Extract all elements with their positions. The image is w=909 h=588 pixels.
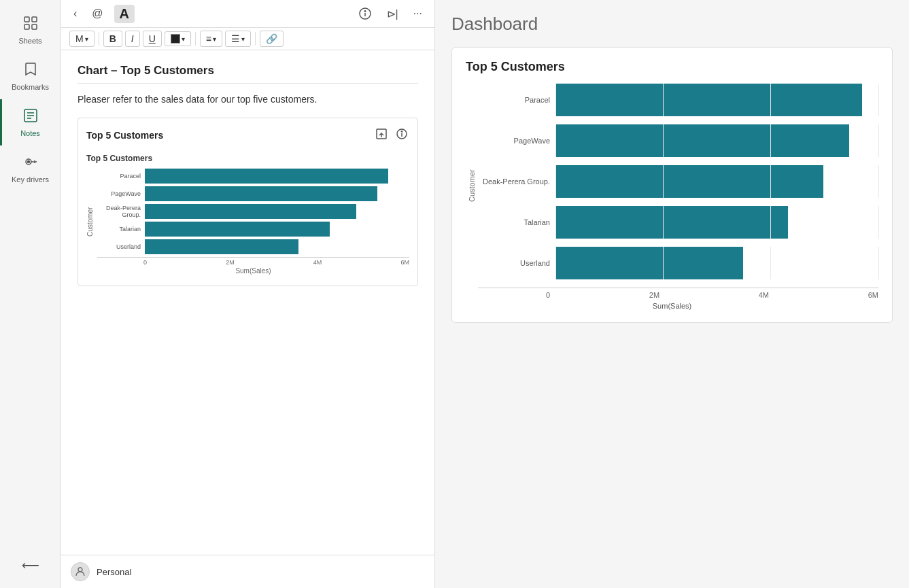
bar-track [555,124,878,157]
grid-line [770,84,771,116]
small-bar-label: Userland [97,243,145,250]
small-bar-row: Paracel [97,169,409,184]
list-btn[interactable]: ☰ ▾ [225,31,251,47]
sidebar-item-notes[interactable]: Notes [0,99,61,145]
bar-label: Userland [481,259,555,267]
link-icon: 🔗 [266,33,277,44]
link-btn[interactable]: 🔗 [260,31,284,47]
small-bar-fill [145,204,356,219]
grid-line [555,165,556,198]
text-style-btn[interactable]: M ▾ [69,31,95,47]
divider-1 [99,32,99,46]
chart-card-actions [374,126,409,144]
small-chart-title: Top 5 Customers [86,154,409,163]
personal-label: Personal [97,567,131,577]
dashboard-card-title: Top 5 Customers [466,60,878,74]
dashboard-title: Dashboard [451,14,893,35]
bold-btn[interactable]: B [103,31,122,47]
notes-body: Chart – Top 5 Customers Pleaser refer to… [61,50,434,555]
svg-point-12 [364,11,366,12]
list-chevron-icon: ▾ [241,35,245,43]
divider-2 [195,32,196,46]
sidebar-item-sheets-label: Sheets [18,37,41,45]
small-bar-track [145,222,409,237]
back-button[interactable]: ‹ [69,5,81,22]
at-button[interactable]: @ [88,5,107,22]
pin-right-button[interactable]: ⊳| [383,5,402,23]
small-bar-track [145,169,409,184]
export-chart-btn[interactable] [374,126,389,144]
align-btn[interactable]: ≡ ▾ [200,31,222,47]
grid-line [663,247,664,279]
svg-point-17 [401,131,402,132]
bar-track [555,165,878,198]
sidebar-item-bookmarks-label: Bookmarks [12,83,49,91]
svg-rect-0 [24,17,29,22]
grid-line [555,206,556,239]
small-bar-row: PageWave [97,186,409,201]
svg-rect-3 [32,24,37,29]
svg-point-18 [78,568,82,572]
info-button[interactable] [354,4,376,23]
A-button[interactable]: A [114,5,135,23]
underline-btn[interactable]: U [143,31,162,47]
sidebar-item-sheets[interactable]: Sheets [0,7,61,53]
bar-track [555,206,878,239]
embedded-chart-card: Top 5 Customers [78,118,418,286]
italic-btn[interactable]: I [125,31,140,47]
small-bar-label: Talarian [97,226,145,232]
m-chevron-icon: ▾ [85,35,88,43]
x-axis-line [478,288,878,288]
dashboard-bar-chart: Customer ParacelPageWaveDeak-Perera Grou… [466,84,878,310]
bar-fill [555,247,743,279]
bookmarks-icon [23,61,38,80]
collapse-icon: ⟵ [22,558,39,573]
color-btn[interactable]: ▾ [165,31,191,46]
x-axis-label: Sum(Sales) [466,302,878,310]
sidebar-item-bookmarks[interactable]: Bookmarks [0,53,61,99]
grid-line [878,206,879,239]
color-chevron-icon: ▾ [182,35,185,43]
bar-row: Paracel [481,84,878,116]
m-label: M [75,33,84,44]
chart-info-btn[interactable] [394,126,409,144]
notes-icon [22,107,39,126]
format-toolbar: M ▾ B I U ▾ ≡ ▾ ☰ ▾ 🔗 [61,28,434,50]
color-swatch [171,34,180,44]
sidebar: Sheets Bookmarks Notes [0,0,61,588]
small-bar-label: Paracel [97,173,145,179]
sidebar-collapse-btn[interactable]: ⟵ [0,550,61,581]
svg-point-9 [27,161,29,163]
small-bar-fill [145,222,330,237]
grid-line [770,165,771,198]
notes-heading: Chart – Top 5 Customers [78,64,418,84]
sidebar-item-key-drivers[interactable]: Key drivers [0,145,61,192]
dashboard-card: Top 5 Customers Customer ParacelPageWave… [451,47,893,323]
bar-track [555,84,878,116]
bars-container: ParacelPageWaveDeak-Perera Group.Talaria… [481,84,878,288]
personal-footer: Personal [61,555,434,588]
y-axis-label: Customer [466,84,478,288]
bar-label: PageWave [481,137,555,145]
bar-fill [555,165,823,198]
grid-line [663,206,664,239]
bar-fill [555,84,862,116]
bar-row: PageWave [481,124,878,157]
small-bar-label: Deak-Perera Group. [97,205,145,218]
grid-line [663,124,664,157]
grid-line [770,206,771,239]
small-bars-container: ParacelPageWaveDeak-Perera Group.Talaria… [97,169,409,275]
top-toolbar: ‹ @ A ⊳| ··· [61,0,434,28]
x-axis-ticks: 02M4M6M [466,291,878,299]
more-options-button[interactable]: ··· [409,5,426,22]
divider-3 [255,32,256,46]
grid-line [555,124,556,157]
small-x-axis-label: Sum(Sales) [97,267,409,275]
bar-fill [555,124,849,157]
small-y-axis-label: Customer [86,169,96,275]
bar-row: Talarian [481,206,878,239]
grid-line [770,124,771,157]
bar-row: Userland [481,247,878,279]
grid-line [770,247,771,279]
sidebar-item-key-drivers-label: Key drivers [12,175,49,184]
